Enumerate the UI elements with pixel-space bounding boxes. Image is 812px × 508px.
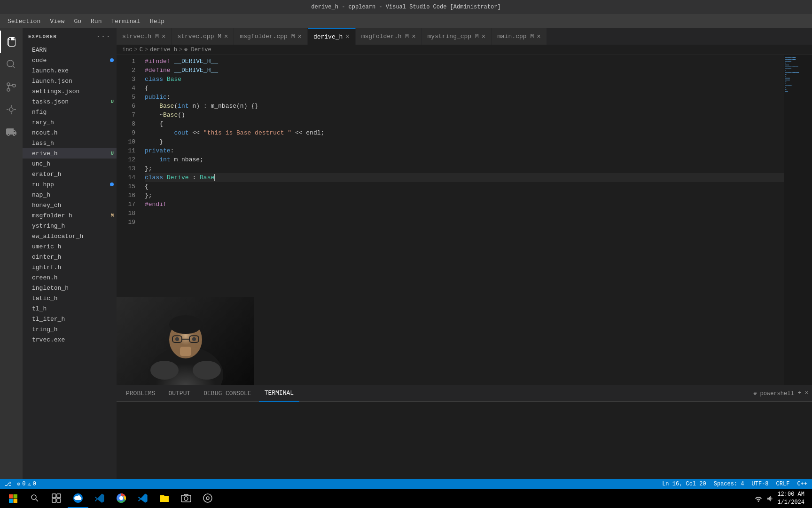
tab-msgfolder-cpp[interactable]: msgfolder.cpp M × (234, 28, 307, 45)
menu-go[interactable]: Go (70, 16, 85, 27)
sidebar-item-lass-h[interactable]: lass_h (23, 138, 117, 148)
tab-derive-h-label: derive_h (313, 33, 343, 40)
status-language[interactable]: C++ (797, 481, 807, 487)
tab-main-cpp-close[interactable]: × (537, 33, 540, 40)
sidebar-item-launch-exe[interactable]: launch.exe (23, 65, 117, 76)
taskbar-task-view[interactable] (46, 489, 67, 508)
tab-strvec-cpp-close[interactable]: × (224, 33, 228, 40)
sidebar-item-tring-h[interactable]: tring_h (23, 324, 117, 334)
svg-point-0 (7, 83, 10, 86)
code-line-18: }; (145, 191, 784, 200)
taskbar-edge[interactable] (68, 489, 88, 508)
sidebar-item-umeric-h[interactable]: umeric_h (23, 241, 117, 252)
tab-main-cpp[interactable]: main.cpp M × (492, 28, 547, 45)
terminal-panel: PROBLEMS OUTPUT DEBUG CONSOLE TERMINAL ⊕… (117, 385, 812, 479)
sidebar-item-tatic-h[interactable]: tatic_h (23, 293, 117, 303)
sidebar-item-honey-ch[interactable]: honey_ch (23, 200, 117, 210)
sidebar-item-tl-h[interactable]: tl_h (23, 303, 117, 314)
editor-area: strvec.h M × strvec.cpp M × msgfolder.cp… (117, 28, 812, 479)
menu-view[interactable]: View (46, 16, 68, 27)
title-text: derive_h - cpplearn - Visual Studio Code… (311, 4, 500, 10)
tab-derive-h-close[interactable]: × (345, 33, 349, 40)
sidebar-item-ew-allocator[interactable]: ew_allocator_h (23, 231, 117, 241)
activity-search[interactable] (0, 53, 23, 76)
sidebar-item-nap-h[interactable]: nap_h (23, 190, 117, 200)
sidebar-more-button[interactable]: ··· (96, 32, 111, 41)
sidebar-item-ingleton-h[interactable]: ingleton_h (23, 283, 117, 293)
taskbar-search[interactable] (24, 489, 45, 508)
activity-explorer[interactable] (0, 31, 23, 53)
tab-mystring-cpp[interactable]: mystring_cpp M × (422, 28, 492, 45)
status-encoding[interactable]: UTF-8 (752, 481, 769, 487)
menu-help[interactable]: Help (146, 16, 168, 27)
sidebar-item-erive-h[interactable]: erive_h U (23, 148, 117, 159)
taskbar-settings[interactable] (197, 489, 218, 508)
taskbar-camera[interactable] (176, 489, 196, 508)
breadcrumb-derive-h[interactable]: derive_h (150, 47, 177, 53)
svg-rect-23 (52, 499, 56, 502)
taskbar-vscode[interactable] (89, 489, 110, 508)
tab-msgfolder-h[interactable]: msgfolder.h M × (356, 28, 422, 45)
menu-terminal[interactable]: Terminal (107, 16, 144, 27)
tab-derive-h[interactable]: derive_h × (308, 28, 356, 45)
breadcrumb-inc[interactable]: inc (122, 47, 133, 53)
sidebar-item-ystring-h[interactable]: ystring_h (23, 221, 117, 231)
tab-strvec-cpp[interactable]: strvec.cpp M × (172, 28, 234, 45)
sidebar-item-settings-json[interactable]: settings.json (23, 86, 117, 96)
editor-content[interactable]: 1 2 3 4 5 6 7 8 9 10 11 12 13 14 15 16 1 (117, 55, 812, 385)
sidebar-item-code[interactable]: code (23, 55, 117, 65)
tab-mystring-cpp-close[interactable]: × (482, 33, 485, 40)
panel-plus-btn[interactable]: + (798, 390, 801, 397)
start-button[interactable] (4, 489, 23, 508)
sidebar-item-ru-hpp[interactable]: ru_hpp (23, 179, 117, 190)
sidebar-item-ointer-h[interactable]: ointer_h (23, 252, 117, 262)
status-git[interactable]: ⎇ (5, 481, 11, 488)
sidebar-item-tasks-json[interactable]: tasks.json U (23, 96, 117, 107)
menu-selection[interactable]: Selection (4, 16, 44, 27)
panel-tab-terminal[interactable]: TERMINAL (259, 385, 299, 402)
panel-tab-debug-console[interactable]: DEBUG CONSOLE (198, 385, 257, 402)
tab-msgfolder-h-close[interactable]: × (412, 33, 415, 40)
svg-rect-16 (14, 494, 18, 499)
tab-strvec-h-close[interactable]: × (162, 33, 165, 40)
sidebar-item-launch-json[interactable]: launch.json (23, 76, 117, 86)
sidebar-item-nfig[interactable]: nfig (23, 107, 117, 117)
terminal-content[interactable] (117, 402, 812, 479)
taskbar-explorer[interactable] (154, 489, 175, 508)
menu-run[interactable]: Run (87, 16, 105, 27)
breadcrumb-c[interactable]: C (140, 47, 143, 53)
status-spaces[interactable]: Spaces: 4 (714, 481, 744, 487)
sidebar-item-ightrf-h[interactable]: ightrf.h (23, 262, 117, 272)
activity-extensions[interactable] (0, 121, 23, 143)
breadcrumb-derive-class[interactable]: ⊕ Derive (184, 46, 211, 53)
code-line-6: Base(int n) : m_nbase(n) {} (145, 102, 784, 111)
status-ln-col[interactable]: Ln 16, Col 20 (662, 481, 706, 487)
sidebar-item-msgfolder-h[interactable]: msgfolder_h M (23, 210, 117, 221)
sidebar-item-tl-iter-h[interactable]: tl_iter_h (23, 314, 117, 324)
sidebar-item-erator-h[interactable]: erator_h (23, 169, 117, 179)
status-line-ending[interactable]: CRLF (776, 481, 790, 487)
svg-rect-28 (181, 495, 191, 502)
sidebar-item-rary-h[interactable]: rary_h (23, 117, 117, 127)
status-errors[interactable]: ⊗ 0 ⚠ 0 (17, 481, 36, 488)
taskbar-chrome[interactable] (111, 489, 132, 508)
code-line-1: #ifndef __DERIVE_H__ (145, 57, 784, 66)
taskbar-vscode2[interactable] (133, 489, 153, 508)
svg-rect-18 (14, 499, 18, 503)
panel-close-btn[interactable]: × (805, 390, 808, 397)
sidebar-item-creen-h[interactable]: creen.h (23, 272, 117, 283)
tab-mystring-cpp-label: mystring_cpp M (428, 33, 479, 40)
activity-git[interactable] (0, 76, 23, 98)
tab-strvec-h[interactable]: strvec.h M × (117, 28, 172, 45)
panel-tab-problems[interactable]: PROBLEMS (120, 385, 161, 402)
panel-tab-output[interactable]: OUTPUT (163, 385, 196, 402)
main-layout: EXPLORER ··· EARN code launch.exe launch… (0, 28, 812, 479)
sidebar-item-ncout-h[interactable]: ncout.h (23, 127, 117, 138)
tab-msgfolder-cpp-close[interactable]: × (297, 33, 301, 40)
tab-main-cpp-label: main.cpp M (497, 33, 534, 40)
warning-icon: ⚠ (27, 481, 31, 488)
sidebar-item-unc-h[interactable]: unc_h (23, 159, 117, 169)
sidebar-item-trvec-exe[interactable]: trvec.exe (23, 334, 117, 345)
sidebar-item-earn[interactable]: EARN (23, 45, 117, 55)
activity-debug[interactable] (0, 98, 23, 121)
